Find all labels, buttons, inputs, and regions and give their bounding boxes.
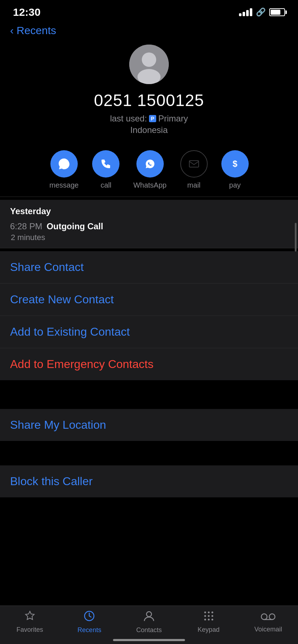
- whatsapp-label: WhatsApp: [133, 181, 166, 189]
- action-mail: mail: [180, 150, 208, 189]
- history-type: Outgoing Call: [46, 221, 103, 231]
- status-time: 12:30: [13, 6, 41, 18]
- favorites-icon: [24, 611, 36, 624]
- tab-recents[interactable]: Recents: [71, 610, 107, 634]
- country-label: Indonesia: [130, 125, 168, 135]
- contacts-label: Contacts: [136, 626, 162, 634]
- message-label: message: [49, 181, 78, 189]
- battery-icon: [269, 8, 285, 16]
- svg-point-1: [142, 52, 156, 67]
- spacer: [0, 380, 298, 409]
- last-used: last used: P Primary: [110, 114, 188, 124]
- voicemail-icon: [261, 611, 276, 624]
- action-buttons: message call WhatsApp mail: [0, 142, 298, 193]
- signal-icon: [239, 8, 252, 16]
- tab-keypad[interactable]: Keypad: [191, 611, 227, 634]
- scroll-indicator: [295, 223, 297, 252]
- svg-point-7: [146, 612, 152, 617]
- svg-point-11: [204, 615, 206, 617]
- svg-rect-4: [189, 161, 199, 167]
- avatar: [129, 45, 169, 84]
- menu-section: Share Contact Create New Contact Add to …: [0, 251, 298, 380]
- add-to-emergency-item[interactable]: Add to Emergency Contacts: [0, 348, 298, 380]
- svg-point-12: [208, 615, 209, 617]
- whatsapp-circle: [136, 150, 164, 178]
- keypad-label: Keypad: [198, 626, 220, 634]
- message-circle: [50, 150, 78, 178]
- svg-point-2: [137, 69, 161, 84]
- svg-point-16: [211, 619, 213, 621]
- svg-point-14: [204, 619, 206, 621]
- back-chevron-icon: ‹: [10, 25, 14, 36]
- svg-point-8: [204, 612, 206, 613]
- contacts-icon: [144, 610, 154, 624]
- svg-point-9: [208, 612, 209, 613]
- link-icon: 🔗: [256, 8, 266, 17]
- block-caller-item[interactable]: Block this Caller: [10, 475, 92, 488]
- svg-point-15: [208, 619, 209, 621]
- pay-circle: $: [221, 150, 249, 178]
- svg-point-10: [211, 612, 213, 613]
- divider: [0, 197, 298, 197]
- history-duration: 2 minutes: [10, 233, 288, 242]
- divider2: [0, 248, 298, 248]
- action-pay[interactable]: $ pay: [221, 150, 249, 189]
- block-section: Block this Caller: [0, 465, 298, 497]
- tab-voicemail[interactable]: Voicemail: [250, 611, 286, 633]
- recents-label: Recents: [77, 626, 101, 634]
- keypad-icon: [203, 611, 214, 624]
- history-time: 6:28 PM: [10, 221, 42, 231]
- action-whatsapp[interactable]: WhatsApp: [133, 150, 166, 189]
- primary-badge: P: [149, 115, 156, 122]
- history-date: Yesterday: [10, 206, 288, 216]
- status-bar: 12:30 🔗: [0, 0, 298, 22]
- mail-circle: [180, 150, 208, 178]
- voicemail-label: Voicemail: [254, 626, 282, 633]
- svg-point-17: [261, 614, 267, 620]
- primary-label: Primary: [158, 114, 188, 124]
- favorites-label: Favorites: [17, 626, 43, 634]
- call-label: call: [100, 181, 111, 189]
- mail-label: mail: [187, 181, 200, 189]
- spacer2: [0, 441, 298, 463]
- action-message[interactable]: message: [49, 150, 78, 189]
- svg-point-13: [211, 615, 213, 617]
- share-my-location-item[interactable]: Share My Location: [0, 409, 298, 441]
- home-indicator: [113, 639, 185, 641]
- bottom-spacer: [0, 497, 298, 544]
- location-section: Share My Location: [0, 409, 298, 441]
- contact-header: 0251 1500125 last used: P Primary Indone…: [0, 41, 298, 142]
- call-circle: [92, 150, 119, 178]
- status-icons: 🔗: [239, 8, 285, 17]
- add-to-existing-contact-item[interactable]: Add to Existing Contact: [0, 316, 298, 348]
- call-history-section: Yesterday 6:28 PM Outgoing Call 2 minute…: [0, 200, 298, 248]
- svg-text:$: $: [232, 159, 238, 169]
- action-call[interactable]: call: [92, 150, 119, 189]
- create-new-contact-item[interactable]: Create New Contact: [0, 284, 298, 316]
- tab-favorites[interactable]: Favorites: [12, 611, 48, 634]
- phone-number: 0251 1500125: [94, 91, 204, 110]
- tab-contacts[interactable]: Contacts: [131, 610, 167, 634]
- pay-label: pay: [229, 181, 241, 189]
- svg-point-18: [269, 614, 275, 620]
- tab-bar: Favorites Recents Contacts: [0, 606, 298, 644]
- history-entry: 6:28 PM Outgoing Call 2 minutes: [10, 221, 288, 242]
- back-label: Recents: [17, 24, 56, 37]
- last-used-label: last used:: [110, 114, 147, 124]
- history-main: 6:28 PM Outgoing Call: [10, 221, 288, 231]
- nav-back[interactable]: ‹ Recents: [0, 22, 298, 41]
- share-contact-item[interactable]: Share Contact: [0, 251, 298, 284]
- recents-icon: [83, 610, 95, 624]
